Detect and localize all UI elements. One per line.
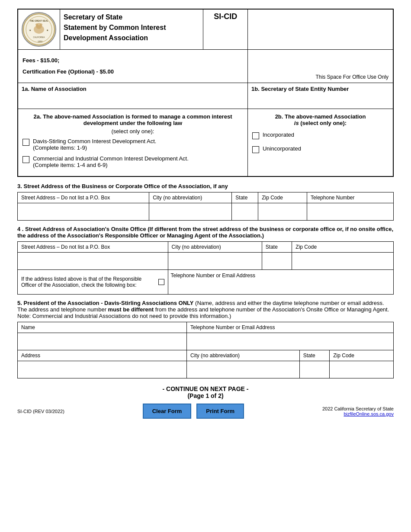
section2a-title: 2a. The above-named Association is forme… xyxy=(22,113,243,126)
resp-officer-row: If the address listed above is that of t… xyxy=(21,276,164,288)
section4-phone-input[interactable] xyxy=(171,279,391,292)
section5-name-label: Name xyxy=(18,322,187,333)
section4-phone-label: Telephone Number or Email Address xyxy=(171,272,391,279)
section4-table: Street Address – Do not list a P.O. Box … xyxy=(17,241,394,295)
section5-table: Name Telephone Number or Email Address A… xyxy=(17,322,394,378)
svg-text:★: ★ xyxy=(46,29,48,32)
section2b-option1-label: Incorporated xyxy=(263,131,294,138)
section4-city-input[interactable] xyxy=(168,253,262,270)
fees-cell: Fees - $15.00; Certification Fee (Option… xyxy=(18,50,247,83)
section2a-option1-line2: (Complete items: 1-9) xyxy=(33,144,156,151)
section2a-cell: 2a. The above-named Association is forme… xyxy=(18,109,247,177)
section4-resp-officer-cell: If the address listed above is that of t… xyxy=(18,270,168,295)
footer-website[interactable]: bizfileOnline.sos.ca.gov xyxy=(344,411,394,417)
section5-bold: must be different xyxy=(108,306,154,313)
section2b-cell: 2b. The above-named Association is (sele… xyxy=(247,109,393,177)
section4-zip-input[interactable] xyxy=(292,253,394,270)
section3-col3-label: State xyxy=(232,192,258,203)
section5-zip-label: Zip Code xyxy=(330,350,394,361)
section5-addr-label: Address xyxy=(18,350,187,361)
section4-phone-label-cell: Telephone Number or Email Address xyxy=(168,270,393,295)
continue-line1: - CONTINUE ON NEXT PAGE - xyxy=(17,385,394,392)
section3-col4-label: Zip Code xyxy=(258,192,307,203)
section1a-cell: 1a. Name of Association xyxy=(18,83,247,109)
section4-heading: 4 . Street Address of Association's Onsi… xyxy=(17,226,394,239)
section4-street-input[interactable] xyxy=(18,253,168,270)
svg-point-7 xyxy=(40,23,42,26)
top-right-cell xyxy=(247,9,393,50)
section2a-option1-line1: Davis-Stirling Common Interest Developme… xyxy=(33,138,156,144)
section2b-option2: Unincorporated xyxy=(252,145,389,153)
section3-state-input[interactable] xyxy=(232,203,258,221)
section2b-option2-label: Unincorporated xyxy=(263,145,301,152)
svg-point-6 xyxy=(35,23,38,26)
section3-table: Street Address – Do not list a P.O. Box … xyxy=(17,192,394,221)
form-code: SI-CID xyxy=(214,12,237,21)
svg-text:★: ★ xyxy=(29,29,31,32)
continue-line2: (Page 1 of 2) xyxy=(17,392,394,399)
continue-section: - CONTINUE ON NEXT PAGE - (Page 1 of 2) xyxy=(17,385,394,399)
section1b-cell: 1b. Secretary of State Entity Number xyxy=(247,83,393,109)
section1b-label: 1b. Secretary of State Entity Number xyxy=(251,86,389,92)
section5-state-label: State xyxy=(299,350,330,361)
fee-line2: Certification Fee (Optional) - $5.00 xyxy=(22,66,243,77)
resp-officer-text: If the address listed above is that of t… xyxy=(21,276,157,288)
section3-col2-label: City (no abbreviation) xyxy=(149,192,232,203)
section5-city-label: City (no abbreviation) xyxy=(187,350,300,361)
section2a-option2: Commercial and Industrial Common Interes… xyxy=(22,155,243,168)
footer-form-id: SI-CID (REV 03/2022) xyxy=(17,409,64,414)
form-title-line2: Development Association xyxy=(64,33,199,43)
checkbox-incorporated[interactable] xyxy=(252,132,259,139)
footer-right: 2022 California Secretary of State bizfi… xyxy=(322,406,394,417)
section2b-option1: Incorporated xyxy=(252,131,389,139)
header-title-cell: Secretary of State Statement by Common I… xyxy=(60,9,203,50)
section5-state-input[interactable] xyxy=(299,361,330,378)
section4-col4-label: Zip Code xyxy=(292,242,394,253)
form-title-line1: Statement by Common Interest xyxy=(64,22,199,33)
print-form-button[interactable]: Print Form xyxy=(196,404,244,419)
section5-title: President of the Association - Davis-Sti… xyxy=(23,300,193,306)
section3-zip-input[interactable] xyxy=(258,203,307,221)
fee-line1: Fees - $15.00; xyxy=(22,55,243,66)
footer: SI-CID (REV 03/2022) Clear Form Print Fo… xyxy=(17,404,394,419)
section1a-label: 1a. Name of Association xyxy=(22,86,244,92)
section5-num: 5. xyxy=(17,300,22,306)
form-code-cell: SI-CID xyxy=(203,9,248,50)
section4-col2-label: City (no abbreviation) xyxy=(168,242,262,253)
section4-state-input[interactable] xyxy=(262,253,292,270)
office-use-label: This Space For Office Use Only xyxy=(315,74,389,80)
section2b-title: 2b. The above-named Association is (sele… xyxy=(252,113,389,126)
agency-name: Secretary of State xyxy=(64,12,199,22)
section2a-option2-line1: Commercial and Industrial Common Interes… xyxy=(33,155,189,162)
office-use-cell: This Space For Office Use Only xyxy=(247,50,393,83)
checkbox-davis-stirling[interactable] xyxy=(22,139,29,146)
section3-city-input[interactable] xyxy=(149,203,232,221)
section4-col3-label: State xyxy=(262,242,292,253)
section2a-option2-line2: (Complete items: 1-4 and 6-9) xyxy=(33,162,189,168)
footer-buttons: Clear Form Print Form xyxy=(143,404,244,419)
svg-text:1850: 1850 xyxy=(38,40,42,43)
section5-tel-label: Telephone Number or Email Address xyxy=(187,322,394,333)
section5-tel-input[interactable] xyxy=(187,333,394,350)
section4-col1-label: Street Address – Do not list a P.O. Box xyxy=(18,242,168,253)
clear-form-button[interactable]: Clear Form xyxy=(143,404,192,419)
california-seal: THE GREAT SEAL CALIFORNIA ★ ★ 1850 xyxy=(22,12,56,47)
footer-copyright: 2022 California Secretary of State xyxy=(322,406,394,411)
section3-col5-label: Telephone Number xyxy=(307,192,394,203)
section2a-option1: Davis-Stirling Common Interest Developme… xyxy=(22,138,243,151)
section5-zip-input[interactable] xyxy=(330,361,394,378)
checkbox-commercial[interactable] xyxy=(22,156,29,163)
svg-text:THE GREAT SEAL: THE GREAT SEAL xyxy=(29,19,48,22)
section3-street-input[interactable] xyxy=(18,203,149,221)
logo-cell: THE GREAT SEAL CALIFORNIA ★ ★ 1850 xyxy=(18,9,60,50)
svg-text:CALIFORNIA: CALIFORNIA xyxy=(33,36,45,38)
section5-addr-input[interactable] xyxy=(18,361,187,378)
section3-col1-label: Street Address – Do not list a P.O. Box xyxy=(18,192,149,203)
section2a-subtitle: (select only one): xyxy=(22,128,243,135)
section3-phone-input[interactable] xyxy=(307,203,394,221)
section5-name-input[interactable] xyxy=(18,333,187,350)
section3-heading: 3. Street Address of the Business or Cor… xyxy=(17,183,394,189)
checkbox-unincorporated[interactable] xyxy=(252,146,259,153)
section5-city-input[interactable] xyxy=(187,361,300,378)
checkbox-resp-officer[interactable] xyxy=(158,279,164,285)
